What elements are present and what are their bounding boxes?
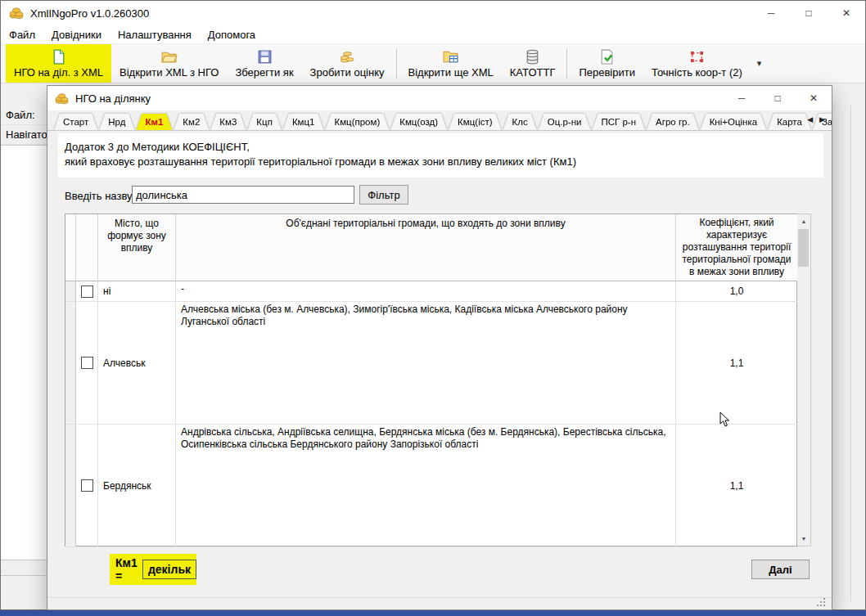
row-selector[interactable] (65, 281, 76, 302)
tab-nrd[interactable]: Нрд (99, 114, 134, 130)
taskbar[interactable] (0, 610, 866, 616)
mouse-cursor-icon (719, 411, 730, 428)
toolbar-label: КАТОТТГ (510, 66, 556, 79)
city-cell[interactable]: ні (98, 281, 176, 302)
tab-kmc-ist[interactable]: Кмц(іст) (449, 114, 501, 130)
filter-input[interactable] (132, 186, 354, 204)
navigator-scrollbar[interactable] (1, 560, 47, 576)
city-cell[interactable]: Бердянськ (98, 425, 176, 547)
km1-label: Км1 = (115, 556, 138, 582)
tab-scroll-left-icon[interactable]: ◀ (807, 115, 813, 124)
dialog-title: НГО на ділянку (75, 92, 151, 105)
km1-table: Місто, що формує зону впливу Об'єднані т… (65, 214, 797, 546)
navigator-panel[interactable] (1, 145, 47, 572)
communities-cell[interactable]: - (176, 281, 676, 302)
toolbar-label: Точність коор-т (2) (652, 66, 742, 79)
toolbar-dropdown-icon[interactable]: ▾ (751, 44, 769, 83)
database-icon (524, 48, 541, 65)
dialog-coins-icon (55, 92, 69, 106)
scroll-down-icon[interactable]: ▼ (797, 532, 810, 546)
ngo-from-xml-button[interactable]: НГО на діл. з XML (6, 44, 111, 83)
col-header-city: Місто, що формує зону впливу (98, 214, 176, 281)
menu-file[interactable]: Файл (1, 26, 43, 43)
table-row-checkbox-cell (76, 281, 98, 302)
tab-kcp[interactable]: Кцп (247, 114, 282, 130)
open-folder-icon (160, 48, 178, 65)
maximize-icon[interactable]: □ (790, 1, 828, 25)
row-selector[interactable] (65, 425, 76, 547)
verify-button[interactable]: Перевірити (571, 44, 643, 83)
col-header-communities: Об'єднані територіальні громади, що вход… (176, 214, 676, 281)
dialog-window-controls: ─ □ ✕ (724, 86, 832, 110)
close-icon[interactable]: ✕ (828, 1, 865, 25)
scrollbar-thumb[interactable] (798, 229, 809, 267)
col-header-checkbox (76, 214, 98, 281)
menu-help[interactable]: Допомога (200, 26, 264, 43)
description-line1: Додаток 3 до Методики КОЕФІЦІЄНТ, (65, 140, 815, 155)
toolbar-label: Зберегти як (235, 66, 293, 79)
table-row-checkbox-cell (76, 302, 98, 425)
open-xml-ngo-button[interactable]: Відкрити XML з НГО (111, 44, 227, 83)
coefficient-cell[interactable]: 1,0 (676, 281, 798, 302)
coefficient-cell[interactable]: 1,1 (676, 302, 798, 425)
coordinate-precision-button[interactable]: Точність коор-т (2) (643, 44, 751, 83)
row-checkbox[interactable] (81, 479, 93, 492)
tab-km1[interactable]: Км1 (136, 114, 172, 130)
row-checkbox[interactable] (81, 286, 93, 298)
app-title: XmlINgoPro v1.0.260300 (30, 7, 149, 20)
coins-icon (339, 48, 356, 65)
tab-agro-gr[interactable]: Агро гр. (647, 114, 699, 130)
tab-karta[interactable]: Карта (768, 114, 811, 130)
description-band: Додаток 3 до Методики КОЕФІЦІЄНТ, який в… (58, 133, 823, 178)
menubar: Файл Довідники Налаштування Допомога (1, 25, 865, 44)
tab-kls[interactable]: Клс (503, 114, 537, 130)
tab-kni-ocinka[interactable]: Кні+Оцінка (701, 114, 766, 130)
km1-value: декільк (142, 560, 196, 579)
toolbar-label: Зробити оцінку (310, 66, 385, 79)
check-document-icon (598, 48, 616, 65)
tab-kmc-prom[interactable]: Кмц(пром) (325, 114, 389, 130)
toolbar-label: Перевірити (579, 66, 635, 79)
tab-km2[interactable]: Км2 (174, 114, 209, 130)
tab-oc-rny[interactable]: Оц.р-ни (539, 114, 591, 130)
tab-start[interactable]: Старт (54, 114, 97, 130)
tab-kmc1[interactable]: Кмц1 (283, 114, 324, 130)
menu-directories[interactable]: Довідники (43, 26, 110, 43)
table-row-checkbox-cell (76, 425, 98, 547)
make-valuation-button[interactable]: Зробити оцінку (302, 44, 393, 83)
open-more-xml-button[interactable]: Відкрити ще XML (400, 44, 502, 83)
tab-scroll-right-icon[interactable]: ▶ (819, 115, 825, 124)
tabstrip: Старт Нрд Км1 Км2 Км3 Кцп Кмц1 Кмц(пром)… (47, 111, 832, 131)
save-floppy-icon (256, 48, 273, 65)
main-content-edge (850, 106, 851, 601)
toolbar-label: Відкрити ще XML (408, 66, 494, 79)
save-as-button[interactable]: Зберегти як (227, 44, 301, 83)
dialog-titlebar: НГО на ділянку ─ □ ✕ (47, 86, 832, 110)
description-line2: який враховує розташування території тер… (65, 155, 815, 169)
km1-result-block: Км1 = декільк (110, 554, 196, 585)
row-checkbox[interactable] (81, 357, 93, 369)
scroll-up-icon[interactable]: ▲ (797, 214, 810, 228)
dialog-maximize-icon[interactable]: □ (760, 86, 796, 110)
table-vertical-scrollbar[interactable]: ▲ ▼ (797, 214, 811, 546)
coefficient-cell[interactable]: 1,1 (676, 425, 798, 547)
toolbar-label: НГО на діл. з XML (14, 66, 103, 79)
file-label: Файл: (1, 106, 48, 125)
tab-kmc-ozd[interactable]: Кмц(озд) (390, 114, 447, 130)
dialog-close-icon[interactable]: ✕ (796, 86, 832, 110)
resize-grip-icon[interactable] (823, 605, 825, 606)
katottg-button[interactable]: КАТОТТГ (502, 44, 564, 83)
row-selector[interactable] (65, 302, 76, 425)
menu-settings[interactable]: Налаштування (110, 26, 200, 43)
next-button[interactable]: Далі (751, 560, 810, 579)
minimize-icon[interactable]: ─ (752, 1, 790, 25)
communities-cell[interactable]: Алчевська міська (без м. Алчевська), Зим… (176, 302, 676, 425)
navigator-label: Навігатор (1, 125, 48, 145)
filter-button[interactable]: Фільтр (359, 185, 408, 205)
tab-psg-rn[interactable]: ПСГ р-н (592, 114, 645, 130)
communities-cell[interactable]: Андрівська сільська, Андріївська селищна… (176, 425, 676, 547)
tab-km3[interactable]: Км3 (210, 114, 246, 130)
city-cell[interactable]: Алчевськ (98, 302, 176, 425)
ngo-dialog: НГО на ділянку ─ □ ✕ Старт Нрд Км1 Км2 К… (47, 85, 832, 610)
dialog-minimize-icon[interactable]: ─ (724, 86, 760, 110)
